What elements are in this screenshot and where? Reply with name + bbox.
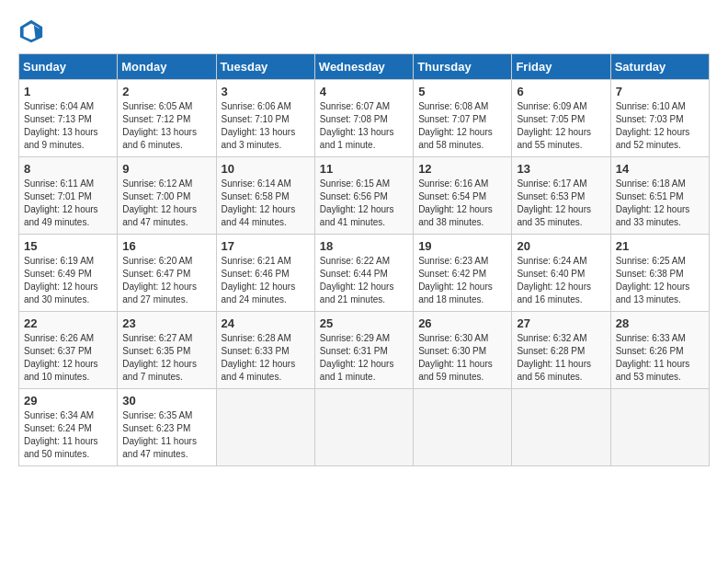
day-info: Sunrise: 6:10 AM Sunset: 7:03 PM Dayligh… <box>616 100 704 152</box>
day-number: 7 <box>616 85 704 98</box>
calendar-cell: 8Sunrise: 6:11 AM Sunset: 7:01 PM Daylig… <box>19 157 118 235</box>
column-header-wednesday: Wednesday <box>314 54 413 80</box>
day-number: 26 <box>418 316 506 330</box>
day-number: 8 <box>24 162 112 176</box>
calendar-cell: 15Sunrise: 6:19 AM Sunset: 6:49 PM Dayli… <box>19 235 118 312</box>
column-header-saturday: Saturday <box>610 54 709 80</box>
day-info: Sunrise: 6:04 AM Sunset: 7:13 PM Dayligh… <box>24 100 112 152</box>
calendar-cell <box>216 389 314 466</box>
day-info: Sunrise: 6:20 AM Sunset: 6:47 PM Dayligh… <box>122 255 210 306</box>
calendar-week-row: 22Sunrise: 6:26 AM Sunset: 6:37 PM Dayli… <box>19 312 710 389</box>
day-info: Sunrise: 6:08 AM Sunset: 7:07 PM Dayligh… <box>418 100 506 152</box>
column-header-tuesday: Tuesday <box>216 54 314 80</box>
calendar-cell: 20Sunrise: 6:24 AM Sunset: 6:40 PM Dayli… <box>512 235 610 312</box>
calendar-cell: 1Sunrise: 6:04 AM Sunset: 7:13 PM Daylig… <box>19 80 118 157</box>
calendar-cell: 14Sunrise: 6:18 AM Sunset: 6:51 PM Dayli… <box>610 157 709 235</box>
calendar-table: SundayMondayTuesdayWednesdayThursdayFrid… <box>18 53 710 466</box>
day-number: 24 <box>222 316 310 330</box>
day-info: Sunrise: 6:28 AM Sunset: 6:33 PM Dayligh… <box>222 332 310 384</box>
page-header <box>18 18 710 44</box>
day-number: 22 <box>24 316 112 330</box>
calendar-cell <box>512 389 610 466</box>
day-info: Sunrise: 6:35 AM Sunset: 6:23 PM Dayligh… <box>122 409 210 461</box>
calendar-cell: 29Sunrise: 6:34 AM Sunset: 6:24 PM Dayli… <box>19 389 118 466</box>
day-number: 4 <box>320 85 408 98</box>
day-number: 19 <box>418 239 506 253</box>
day-number: 16 <box>122 239 210 253</box>
day-info: Sunrise: 6:24 AM Sunset: 6:40 PM Dayligh… <box>517 255 605 306</box>
calendar-week-row: 8Sunrise: 6:11 AM Sunset: 7:01 PM Daylig… <box>19 157 710 235</box>
day-info: Sunrise: 6:18 AM Sunset: 6:51 PM Dayligh… <box>616 178 704 229</box>
calendar-cell: 27Sunrise: 6:32 AM Sunset: 6:28 PM Dayli… <box>512 312 610 389</box>
calendar-cell: 6Sunrise: 6:09 AM Sunset: 7:05 PM Daylig… <box>512 80 610 157</box>
day-number: 11 <box>320 162 408 176</box>
calendar-cell: 5Sunrise: 6:08 AM Sunset: 7:07 PM Daylig… <box>414 80 512 157</box>
column-header-friday: Friday <box>512 54 610 80</box>
day-number: 12 <box>418 162 506 176</box>
day-number: 6 <box>517 85 605 98</box>
calendar-cell: 3Sunrise: 6:06 AM Sunset: 7:10 PM Daylig… <box>216 80 314 157</box>
calendar-cell: 24Sunrise: 6:28 AM Sunset: 6:33 PM Dayli… <box>216 312 314 389</box>
day-number: 20 <box>517 239 605 253</box>
calendar-cell: 12Sunrise: 6:16 AM Sunset: 6:54 PM Dayli… <box>414 157 512 235</box>
day-number: 30 <box>122 394 210 408</box>
day-number: 25 <box>320 316 408 330</box>
calendar-cell: 21Sunrise: 6:25 AM Sunset: 6:38 PM Dayli… <box>610 235 709 312</box>
calendar-week-row: 1Sunrise: 6:04 AM Sunset: 7:13 PM Daylig… <box>19 80 710 157</box>
calendar-cell <box>610 389 709 466</box>
calendar-cell: 11Sunrise: 6:15 AM Sunset: 6:56 PM Dayli… <box>314 157 413 235</box>
day-info: Sunrise: 6:12 AM Sunset: 7:00 PM Dayligh… <box>122 178 210 229</box>
day-info: Sunrise: 6:15 AM Sunset: 6:56 PM Dayligh… <box>320 178 408 229</box>
logo-icon <box>18 18 44 44</box>
column-header-sunday: Sunday <box>19 54 118 80</box>
day-number: 15 <box>24 239 112 253</box>
day-info: Sunrise: 6:22 AM Sunset: 6:44 PM Dayligh… <box>320 255 408 306</box>
day-number: 14 <box>616 162 704 176</box>
calendar-cell: 17Sunrise: 6:21 AM Sunset: 6:46 PM Dayli… <box>216 235 314 312</box>
day-number: 2 <box>122 85 210 98</box>
calendar-cell: 9Sunrise: 6:12 AM Sunset: 7:00 PM Daylig… <box>118 157 216 235</box>
day-number: 10 <box>222 162 310 176</box>
calendar-cell: 23Sunrise: 6:27 AM Sunset: 6:35 PM Dayli… <box>118 312 216 389</box>
day-number: 3 <box>222 85 310 98</box>
calendar-header-row: SundayMondayTuesdayWednesdayThursdayFrid… <box>19 54 710 80</box>
calendar-cell: 28Sunrise: 6:33 AM Sunset: 6:26 PM Dayli… <box>610 312 709 389</box>
calendar-cell: 25Sunrise: 6:29 AM Sunset: 6:31 PM Dayli… <box>314 312 413 389</box>
day-info: Sunrise: 6:30 AM Sunset: 6:30 PM Dayligh… <box>418 332 506 384</box>
calendar-cell: 18Sunrise: 6:22 AM Sunset: 6:44 PM Dayli… <box>314 235 413 312</box>
day-info: Sunrise: 6:33 AM Sunset: 6:26 PM Dayligh… <box>616 332 704 384</box>
calendar-cell: 10Sunrise: 6:14 AM Sunset: 6:58 PM Dayli… <box>216 157 314 235</box>
column-header-monday: Monday <box>118 54 216 80</box>
calendar-cell: 26Sunrise: 6:30 AM Sunset: 6:30 PM Dayli… <box>414 312 512 389</box>
calendar-cell <box>414 389 512 466</box>
day-info: Sunrise: 6:06 AM Sunset: 7:10 PM Dayligh… <box>222 100 310 152</box>
day-info: Sunrise: 6:14 AM Sunset: 6:58 PM Dayligh… <box>222 178 310 229</box>
day-number: 27 <box>517 316 605 330</box>
day-number: 17 <box>222 239 310 253</box>
calendar-cell <box>314 389 413 466</box>
calendar-body: 1Sunrise: 6:04 AM Sunset: 7:13 PM Daylig… <box>19 80 710 466</box>
day-info: Sunrise: 6:19 AM Sunset: 6:49 PM Dayligh… <box>24 255 112 306</box>
day-info: Sunrise: 6:32 AM Sunset: 6:28 PM Dayligh… <box>517 332 605 384</box>
day-info: Sunrise: 6:16 AM Sunset: 6:54 PM Dayligh… <box>418 178 506 229</box>
day-number: 13 <box>517 162 605 176</box>
day-info: Sunrise: 6:27 AM Sunset: 6:35 PM Dayligh… <box>122 332 210 384</box>
day-info: Sunrise: 6:11 AM Sunset: 7:01 PM Dayligh… <box>24 178 112 229</box>
day-number: 18 <box>320 239 408 253</box>
day-number: 29 <box>24 394 112 408</box>
day-number: 28 <box>616 316 704 330</box>
logo <box>18 18 48 44</box>
calendar-cell: 13Sunrise: 6:17 AM Sunset: 6:53 PM Dayli… <box>512 157 610 235</box>
column-header-thursday: Thursday <box>414 54 512 80</box>
day-number: 9 <box>122 162 210 176</box>
calendar-cell: 4Sunrise: 6:07 AM Sunset: 7:08 PM Daylig… <box>314 80 413 157</box>
calendar-cell: 19Sunrise: 6:23 AM Sunset: 6:42 PM Dayli… <box>414 235 512 312</box>
day-number: 21 <box>616 239 704 253</box>
calendar-cell: 30Sunrise: 6:35 AM Sunset: 6:23 PM Dayli… <box>118 389 216 466</box>
calendar-cell: 7Sunrise: 6:10 AM Sunset: 7:03 PM Daylig… <box>610 80 709 157</box>
day-info: Sunrise: 6:29 AM Sunset: 6:31 PM Dayligh… <box>320 332 408 384</box>
day-info: Sunrise: 6:26 AM Sunset: 6:37 PM Dayligh… <box>24 332 112 384</box>
day-info: Sunrise: 6:05 AM Sunset: 7:12 PM Dayligh… <box>122 100 210 152</box>
day-info: Sunrise: 6:23 AM Sunset: 6:42 PM Dayligh… <box>418 255 506 306</box>
day-number: 5 <box>418 85 506 98</box>
